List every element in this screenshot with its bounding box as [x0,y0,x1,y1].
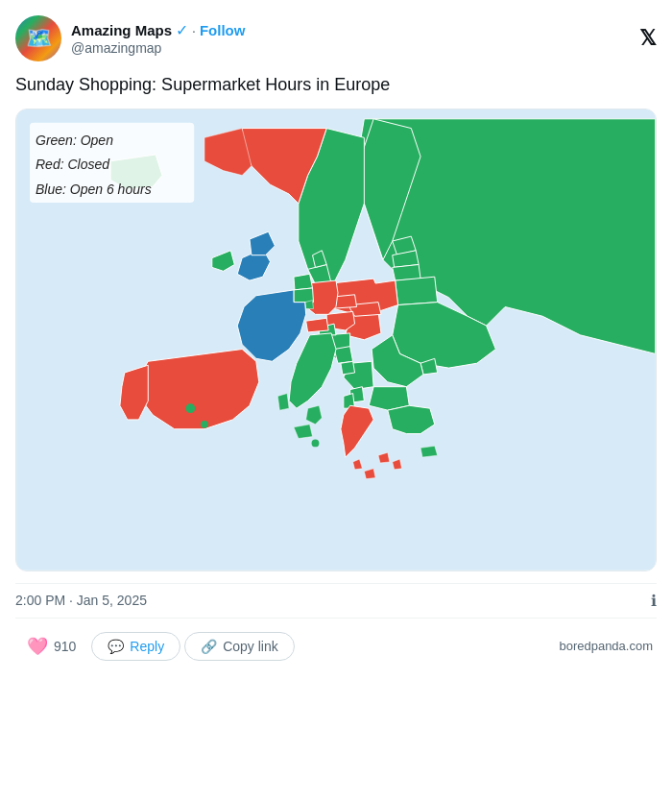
heart-icon: 🩷 [27,636,48,657]
account-info: Amazing Maps ✓ · Follow @amazingmap [71,21,245,56]
map-wrapper: Green: Open Red: Closed Blue: Open 6 hou… [16,109,656,570]
tweet-actions: 🩷 910 💬 Reply 🔗 Copy link boredpanda.com [15,618,657,674]
avatar-image: 🗺️ [15,15,61,61]
like-count: 910 [54,639,76,654]
tweet-header-left: 🗺️ Amazing Maps ✓ · Follow @amazingmap [15,15,245,61]
tweet-card: 🗺️ Amazing Maps ✓ · Follow @amazingmap 𝕏… [0,0,672,674]
avatar[interactable]: 🗺️ [15,15,61,61]
tweet-timestamp: 2:00 PM · Jan 5, 2025 ℹ [15,583,657,618]
copy-link-icon: 🔗 [201,639,217,654]
legend-red: Red: Closed [36,153,152,177]
tweet-header: 🗺️ Amazing Maps ✓ · Follow @amazingmap 𝕏 [15,15,657,61]
reply-button[interactable]: 💬 Reply [91,632,180,661]
map-svg-container: Green: Open Red: Closed Blue: Open 6 hou… [16,109,656,570]
branding: boredpanda.com [555,639,657,653]
map-container: Green: Open Red: Closed Blue: Open 6 hou… [15,109,657,571]
account-name-row: Amazing Maps ✓ · Follow [71,21,245,39]
reply-icon: 💬 [108,639,124,654]
tweet-title: Sunday Shopping: Supermarket Hours in Eu… [15,73,657,97]
svg-point-3 [312,440,320,448]
account-handle: @amazingmap [71,40,245,56]
dot-separator: · [192,23,196,38]
legend-blue: Blue: Open 6 hours [36,178,152,202]
follow-button[interactable]: Follow [200,22,246,38]
legend-green: Green: Open [36,129,152,153]
verified-icon: ✓ [176,21,188,39]
svg-point-2 [201,421,208,428]
reply-label: Reply [130,639,164,654]
timestamp-text: 2:00 PM · Jan 5, 2025 [15,593,147,608]
copy-link-button[interactable]: 🔗 Copy link [184,632,295,661]
info-icon[interactable]: ℹ [651,592,657,610]
account-name: Amazing Maps [71,22,172,38]
like-action[interactable]: 🩷 910 [15,630,87,663]
map-legend: Green: Open Red: Closed Blue: Open 6 hou… [36,129,152,202]
x-logo: 𝕏 [639,28,657,49]
svg-point-1 [185,403,195,413]
copy-link-label: Copy link [223,639,278,654]
branding-text: boredpanda.com [559,639,653,653]
